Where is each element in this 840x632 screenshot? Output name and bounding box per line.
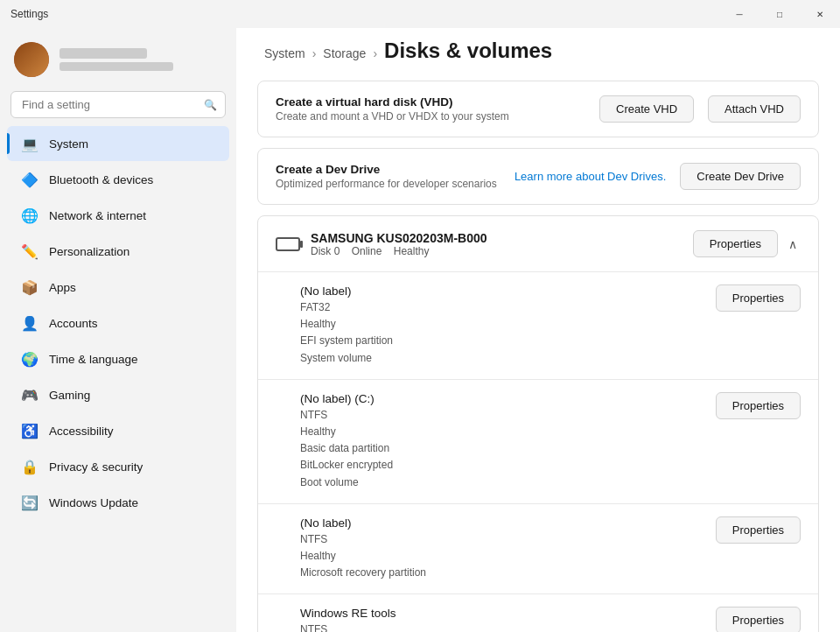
bluetooth-icon: 🔷 (21, 171, 38, 188)
minimize-button[interactable]: ─ (719, 0, 760, 28)
partition-properties-button[interactable]: Properties (716, 392, 801, 419)
sidebar-item-update[interactable]: 🔄 Windows Update (7, 485, 229, 520)
search-box: 🔍 (10, 91, 226, 118)
create-devdrive-button[interactable]: Create Dev Drive (680, 163, 801, 190)
devdrive-title: Create a Dev Drive (276, 163, 500, 176)
window-controls: ─ □ ✕ (719, 0, 840, 28)
accounts-icon: 👤 (21, 314, 38, 332)
sidebar: 🔍 💻 System 🔷 Bluetooth & devices 🌐 Netwo… (0, 28, 236, 632)
sidebar-item-label: Personalization (49, 245, 130, 258)
sidebar-item-time[interactable]: 🌍 Time & language (7, 341, 229, 376)
sidebar-item-label: Apps (49, 281, 76, 294)
search-input[interactable] (10, 91, 226, 118)
partition-properties-button[interactable]: Properties (716, 284, 801, 312)
breadcrumb-sep1: › (312, 46, 317, 60)
personalization-icon: ✏️ (21, 242, 38, 260)
breadcrumb: System › Storage › Disks & volumes (236, 28, 840, 81)
partition-item: (No label) NTFS Healthy Microsoft recove… (258, 503, 818, 594)
sidebar-item-apps[interactable]: 📦 Apps (7, 270, 229, 305)
partition-item: Windows RE tools NTFS Healthy Properties (258, 593, 818, 632)
sidebar-item-network[interactable]: 🌐 Network & internet (7, 198, 229, 233)
maximize-button[interactable]: □ (760, 0, 800, 28)
sidebar-item-label: Network & internet (49, 209, 146, 222)
disk-section: SAMSUNG KUS020203M-B000 Disk 0 Online He… (257, 215, 819, 632)
breadcrumb-storage[interactable]: Storage (323, 46, 366, 60)
partition-detail: FAT32 Healthy EFI system partition Syste… (300, 299, 702, 367)
sidebar-item-label: System (49, 137, 88, 151)
attach-vhd-button[interactable]: Attach VHD (708, 95, 801, 123)
partition-properties-button[interactable]: Properties (716, 607, 801, 632)
search-icon: 🔍 (204, 99, 217, 111)
sidebar-nav: 💻 System 🔷 Bluetooth & devices 🌐 Network… (0, 125, 236, 521)
partition-name: Windows RE tools (300, 607, 702, 620)
sidebar-item-personalization[interactable]: ✏️ Personalization (7, 234, 229, 269)
partition-detail: NTFS Healthy (300, 621, 702, 632)
sidebar-item-gaming[interactable]: 🎮 Gaming (7, 377, 229, 412)
accessibility-icon: ♿ (21, 422, 38, 439)
disk-num: Disk 0 (311, 245, 340, 257)
disk-status: Online (352, 245, 382, 257)
sidebar-item-label: Accounts (49, 317, 98, 330)
disk-health: Healthy (394, 245, 430, 257)
sidebar-item-privacy[interactable]: 🔒 Privacy & security (7, 449, 229, 484)
page-title: Disks & volumes (384, 39, 552, 63)
sidebar-item-label: Windows Update (49, 496, 138, 509)
partition-name: (No label) (300, 284, 702, 298)
disk-header: SAMSUNG KUS020203M-B000 Disk 0 Online He… (258, 216, 818, 271)
partition-detail: NTFS Healthy Microsoft recovery partitio… (300, 531, 702, 582)
partition-detail: NTFS Healthy Basic data partition BitLoc… (300, 407, 702, 491)
apps-icon: 📦 (21, 278, 38, 296)
devdrive-card: Create a Dev Drive Optimized performance… (257, 148, 819, 205)
breadcrumb-sep2: › (373, 46, 377, 60)
partition-name: (No label) (300, 516, 702, 530)
sidebar-item-accessibility[interactable]: ♿ Accessibility (7, 413, 229, 448)
privacy-icon: 🔒 (21, 458, 38, 475)
app-title: Settings (10, 8, 48, 20)
disk-collapse-button[interactable]: ∧ (785, 234, 801, 255)
devdrive-learn-link[interactable]: Learn more about Dev Drives. (514, 170, 666, 183)
disk-name: SAMSUNG KUS020203M-B000 (311, 231, 682, 245)
partition-item: (No label) FAT32 Healthy EFI system part… (258, 271, 818, 379)
gaming-icon: 🎮 (21, 386, 38, 404)
avatar (14, 42, 49, 77)
close-button[interactable]: ✕ (800, 0, 840, 28)
main-content: System › Storage › Disks & volumes Creat… (236, 28, 840, 632)
sidebar-item-label: Gaming (49, 389, 90, 402)
vhd-title: Create a virtual hard disk (VHD) (276, 95, 585, 109)
sidebar-item-label: Accessibility (49, 425, 114, 438)
sidebar-item-bluetooth[interactable]: 🔷 Bluetooth & devices (7, 162, 229, 197)
system-icon: 💻 (21, 135, 38, 152)
vhd-card: Create a virtual hard disk (VHD) Create … (257, 81, 819, 137)
sidebar-item-system[interactable]: 💻 System (7, 126, 229, 161)
create-vhd-button[interactable]: Create VHD (599, 95, 694, 123)
partition-name: (No label) (C:) (300, 392, 702, 405)
user-profile[interactable] (0, 28, 236, 88)
user-name (60, 48, 147, 59)
devdrive-description: Optimized performance for developer scen… (276, 178, 500, 190)
disk-properties-button[interactable]: Properties (693, 230, 778, 257)
disk-meta: Disk 0 Online Healthy (311, 245, 682, 257)
sidebar-item-label: Privacy & security (49, 460, 143, 474)
partition-properties-button[interactable]: Properties (716, 516, 801, 544)
network-icon: 🌐 (21, 207, 38, 224)
breadcrumb-system[interactable]: System (264, 46, 305, 60)
time-icon: 🌍 (21, 350, 38, 368)
update-icon: 🔄 (21, 494, 38, 511)
disk-icon (276, 237, 300, 251)
sidebar-item-label: Bluetooth & devices (49, 173, 153, 186)
vhd-description: Create and mount a VHD or VHDX to your s… (276, 110, 585, 123)
titlebar: Settings ─ □ ✕ (0, 0, 840, 28)
sidebar-item-label: Time & language (49, 353, 138, 366)
partition-item: (No label) (C:) NTFS Healthy Basic data … (258, 379, 818, 503)
sidebar-item-accounts[interactable]: 👤 Accounts (7, 305, 229, 341)
user-email (60, 62, 173, 71)
